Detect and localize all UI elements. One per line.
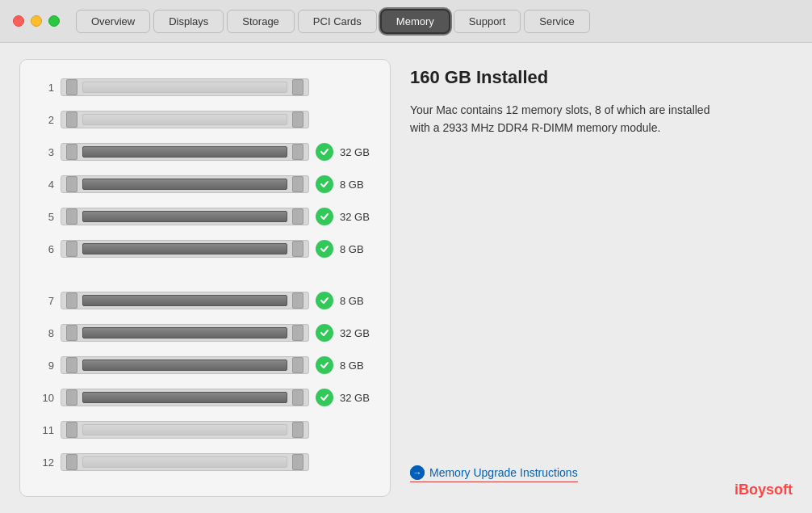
slot-row-8: 8 32 GB — [36, 318, 374, 347]
slot-size-5: 32 GB — [340, 211, 374, 223]
slot-bar-5 — [61, 208, 309, 225]
slot-bar-inner-2 — [82, 114, 287, 125]
titlebar: Overview Displays Storage PCI Cards Memo… — [0, 0, 812, 43]
tab-bar: Overview Displays Storage PCI Cards Memo… — [76, 9, 593, 34]
slot-number-11: 11 — [36, 424, 54, 436]
slot-bar-inner-9 — [82, 360, 287, 371]
memory-title: 160 GB Installed — [410, 67, 793, 88]
slot-row-11: 11 — [36, 415, 374, 444]
close-button[interactable] — [13, 15, 24, 27]
slot-number-7: 7 — [36, 295, 54, 307]
slot-size-9: 8 GB — [340, 360, 374, 372]
slot-number-9: 9 — [36, 360, 54, 372]
slot-bar-12 — [61, 453, 309, 471]
slot-group-1: 1 2 3 — [36, 73, 374, 263]
slot-number-2: 2 — [36, 114, 54, 126]
tab-support[interactable]: Support — [454, 10, 521, 33]
slot-number-6: 6 — [36, 243, 54, 255]
upgrade-link[interactable]: → Memory Upgrade Instructions — [410, 465, 578, 482]
slot-number-4: 4 — [36, 179, 54, 191]
memory-description: Your Mac contains 12 memory slots, 8 of … — [410, 101, 717, 137]
slot-row-9: 9 8 GB — [36, 351, 374, 380]
slot-bar-8 — [61, 324, 309, 342]
tab-pci-cards[interactable]: PCI Cards — [298, 10, 377, 33]
slot-bar-inner-8 — [82, 327, 287, 338]
slots-panel: 1 2 3 — [19, 59, 391, 497]
tab-memory[interactable]: Memory — [380, 9, 450, 34]
slot-number-5: 5 — [36, 211, 54, 223]
slot-size-10: 32 GB — [340, 392, 374, 404]
slot-row-12: 12 — [36, 448, 374, 477]
slot-number-10: 10 — [36, 392, 54, 404]
slot-number-1: 1 — [36, 82, 54, 94]
slot-bar-inner-10 — [82, 392, 287, 403]
slot-row-10: 10 32 GB — [36, 383, 374, 412]
slot-number-8: 8 — [36, 327, 54, 339]
slot-check-8 — [316, 324, 333, 342]
slot-size-4: 8 GB — [340, 179, 374, 191]
slot-row-7: 7 8 GB — [36, 286, 374, 315]
slot-row-6: 6 8 GB — [36, 234, 374, 263]
maximize-button[interactable] — [48, 15, 60, 27]
slot-check-7 — [316, 292, 333, 309]
slot-bar-inner-7 — [82, 295, 287, 306]
memory-installed-label: Installed — [471, 67, 548, 87]
slot-bar-3 — [61, 143, 309, 161]
slot-number-12: 12 — [36, 456, 54, 469]
slot-check-6 — [316, 240, 333, 258]
slot-size-3: 32 GB — [340, 146, 374, 158]
watermark: iBoysoft — [735, 478, 793, 502]
main-content: 1 2 3 — [0, 43, 812, 513]
tab-storage[interactable]: Storage — [227, 10, 295, 33]
slot-size-6: 8 GB — [340, 243, 374, 255]
slot-bar-inner-3 — [82, 146, 287, 158]
slot-check-5 — [316, 208, 333, 225]
slot-bar-1 — [61, 78, 309, 96]
slot-bar-9 — [61, 356, 309, 374]
slot-bar-11 — [61, 421, 309, 439]
slot-bar-inner-1 — [82, 82, 287, 93]
slot-number-3: 3 — [36, 146, 54, 158]
watermark-suffix: Boysoft — [739, 481, 793, 498]
tab-overview[interactable]: Overview — [76, 10, 150, 33]
tab-displays[interactable]: Displays — [153, 10, 224, 33]
slot-row-2: 2 — [36, 105, 374, 134]
slot-check-4 — [316, 175, 333, 193]
slot-bar-inner-5 — [82, 211, 287, 222]
slot-row-1: 1 — [36, 73, 374, 102]
slot-bar-inner-12 — [82, 456, 287, 468]
memory-amount: 160 GB — [410, 67, 471, 87]
slot-bar-6 — [61, 240, 309, 258]
slot-bar-7 — [61, 292, 309, 309]
slot-row-4: 4 8 GB — [36, 170, 374, 199]
slot-size-7: 8 GB — [340, 295, 374, 307]
minimize-button[interactable] — [31, 15, 42, 27]
slot-bar-inner-11 — [82, 424, 287, 435]
slot-row-3: 3 32 GB — [36, 137, 374, 166]
slot-size-8: 32 GB — [340, 327, 374, 339]
slot-bar-2 — [61, 111, 309, 128]
slot-check-10 — [316, 389, 333, 406]
slot-bar-inner-6 — [82, 243, 287, 254]
slot-check-3 — [316, 143, 333, 161]
slot-group-gap — [36, 270, 374, 286]
upgrade-link-label: Memory Upgrade Instructions — [429, 466, 578, 479]
window-controls — [13, 15, 60, 27]
svg-text:→: → — [413, 468, 422, 477]
info-panel: 160 GB Installed Your Mac contains 12 me… — [410, 59, 793, 497]
slot-check-9 — [316, 356, 333, 374]
slot-bar-4 — [61, 175, 309, 193]
slot-group-2: 7 8 GB 8 32 GB — [36, 286, 374, 477]
slot-bar-10 — [61, 389, 309, 406]
slot-row-5: 5 32 GB — [36, 202, 374, 231]
slot-bar-inner-4 — [82, 179, 287, 190]
upgrade-icon: → — [410, 465, 425, 480]
tab-service[interactable]: Service — [524, 10, 589, 33]
